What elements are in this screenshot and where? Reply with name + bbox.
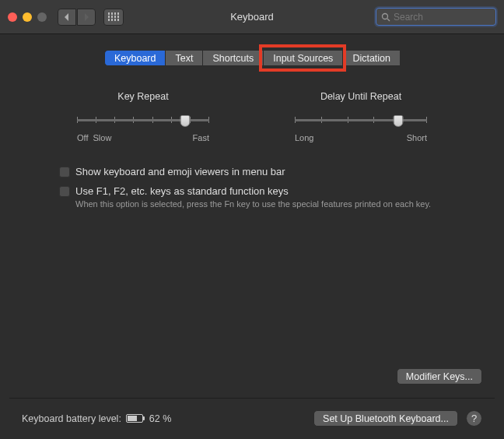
show-viewers-label: Show keyboard and emoji viewers in menu … — [75, 166, 285, 177]
fn-keys-sublabel: When this option is selected, press the … — [75, 199, 431, 209]
key-repeat-block: Key Repeat Off Slow Fast — [77, 91, 209, 142]
help-button[interactable]: ? — [466, 410, 482, 427]
key-repeat-slow-label: Slow — [93, 133, 111, 142]
tab-keyboard[interactable]: Keyboard — [104, 50, 166, 66]
tab-shortcuts[interactable]: Shortcuts — [202, 50, 263, 66]
tabs: Keyboard Text Shortcuts Input Sources Di… — [22, 50, 482, 66]
search-input[interactable] — [394, 12, 504, 23]
window-title: Keyboard — [230, 11, 274, 23]
key-repeat-fast-label: Fast — [193, 133, 209, 142]
tab-dictation[interactable]: Dictation — [342, 50, 400, 66]
show-all-button[interactable] — [103, 9, 124, 26]
titlebar: Keyboard — [0, 0, 504, 34]
svg-point-0 — [383, 13, 388, 19]
main-panel: Keyboard Text Shortcuts Input Sources Di… — [0, 34, 504, 209]
key-repeat-slider[interactable] — [77, 114, 209, 128]
tab-input-sources[interactable]: Input Sources — [263, 50, 342, 66]
tab-text[interactable]: Text — [165, 50, 202, 66]
battery-icon — [126, 414, 145, 423]
footer: Keyboard battery level: 62 % Set Up Blue… — [22, 410, 482, 427]
back-button[interactable] — [58, 9, 76, 26]
minimize-window[interactable] — [23, 12, 32, 22]
fn-keys-row: Use F1, F2, etc. keys as standard functi… — [59, 185, 482, 209]
battery-value: 62 % — [149, 413, 172, 424]
close-window[interactable] — [8, 12, 17, 22]
bluetooth-keyboard-button[interactable]: Set Up Bluetooth Keyboard... — [313, 410, 458, 427]
fn-keys-checkbox[interactable] — [59, 186, 70, 197]
svg-line-1 — [387, 19, 390, 21]
modifier-keys-button[interactable]: Modifier Keys... — [397, 368, 482, 385]
delay-short-label: Short — [407, 133, 427, 142]
key-repeat-thumb[interactable] — [180, 115, 191, 127]
delay-long-label: Long — [295, 133, 313, 142]
search-field[interactable] — [376, 8, 496, 26]
show-viewers-row: Show keyboard and emoji viewers in menu … — [59, 166, 482, 177]
fn-keys-label: Use F1, F2, etc. keys as standard functi… — [75, 185, 431, 197]
search-icon — [381, 12, 390, 22]
key-repeat-off-label: Off — [77, 133, 88, 142]
options: Show keyboard and emoji viewers in menu … — [22, 166, 482, 209]
forward-button — [77, 9, 96, 26]
delay-thumb[interactable] — [393, 115, 403, 127]
key-repeat-label: Key Repeat — [77, 91, 209, 102]
sliders-row: Key Repeat Off Slow Fast Delay Until Rep… — [22, 91, 482, 142]
separator — [9, 398, 495, 399]
delay-block: Delay Until Repeat Long Short — [295, 91, 427, 142]
window-controls — [8, 12, 47, 22]
zoom-window — [37, 12, 47, 22]
battery-label: Keyboard battery level: — [22, 413, 121, 424]
delay-label: Delay Until Repeat — [295, 91, 427, 102]
nav-buttons — [58, 9, 96, 26]
delay-slider[interactable] — [295, 114, 427, 128]
show-viewers-checkbox[interactable] — [59, 167, 70, 177]
